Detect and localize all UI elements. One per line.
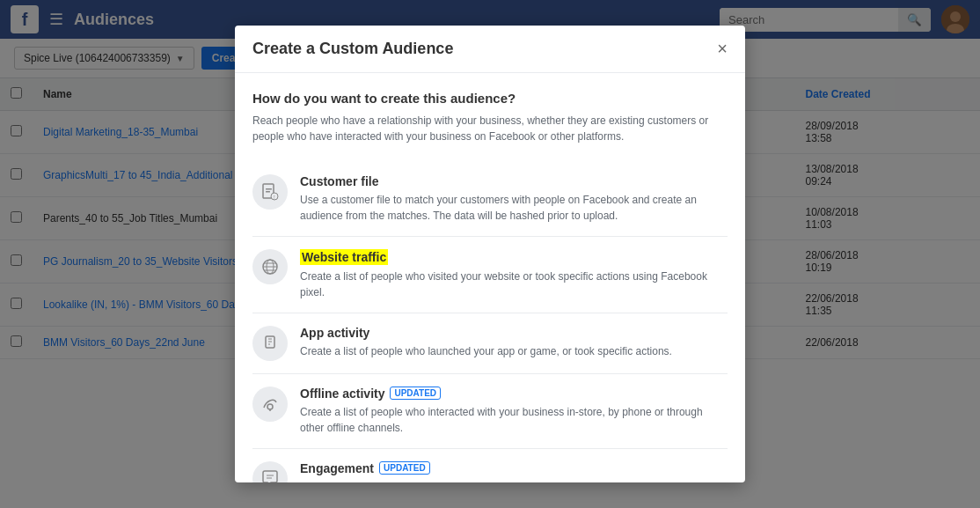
offline-activity-desc: Create a list of people who interacted w… bbox=[300, 404, 728, 436]
website-traffic-title: Website traffic bbox=[300, 249, 728, 265]
engagement-content: Engagement UPDATED Create a list of peop… bbox=[300, 461, 728, 482]
customer-file-option[interactable]: ↑ Customer file Use a customer file to m… bbox=[252, 162, 728, 237]
customer-file-desc: Use a customer file to match your custom… bbox=[300, 192, 728, 224]
offline-activity-text: Offline activity bbox=[300, 387, 384, 401]
app-activity-icon bbox=[252, 326, 288, 361]
engagement-icon bbox=[252, 461, 288, 482]
engagement-text: Engagement bbox=[300, 461, 374, 475]
engagement-desc: Create a list of people who engaged with… bbox=[300, 479, 728, 482]
app-activity-desc: Create a list of people who launched you… bbox=[300, 343, 728, 359]
customer-file-icon: ↑ bbox=[252, 174, 288, 210]
svg-rect-4 bbox=[266, 188, 272, 190]
offline-activity-option[interactable]: Offline activity UPDATED Create a list o… bbox=[252, 374, 728, 449]
modal-description: Reach people who have a relationship wit… bbox=[252, 113, 728, 144]
offline-activity-title: Offline activity UPDATED bbox=[300, 387, 728, 401]
app-activity-content: App activity Create a list of people who… bbox=[300, 326, 728, 359]
website-traffic-option[interactable]: Website traffic Create a list of people … bbox=[252, 237, 728, 313]
offline-activity-updated-badge: UPDATED bbox=[390, 387, 441, 400]
engagement-updated-badge: UPDATED bbox=[379, 461, 430, 475]
offline-activity-content: Offline activity UPDATED Create a list o… bbox=[300, 387, 728, 436]
customer-file-title: Customer file bbox=[300, 174, 728, 188]
modal-header: Create a Custom Audience × bbox=[235, 26, 745, 73]
svg-text:↑: ↑ bbox=[273, 194, 276, 200]
app-activity-option[interactable]: App activity Create a list of people who… bbox=[252, 313, 728, 374]
website-traffic-icon bbox=[252, 249, 288, 284]
offline-activity-icon bbox=[252, 387, 288, 422]
engagement-option[interactable]: Engagement UPDATED Create a list of peop… bbox=[252, 449, 728, 482]
website-traffic-content: Website traffic Create a list of people … bbox=[300, 249, 728, 300]
website-traffic-highlighted-text: Website traffic bbox=[300, 249, 388, 265]
modal-subtitle: How do you want to create this audience? bbox=[252, 91, 728, 106]
website-traffic-desc: Create a list of people who visited your… bbox=[300, 269, 728, 300]
modal-title: Create a Custom Audience bbox=[252, 40, 453, 58]
create-custom-audience-modal: Create a Custom Audience × How do you wa… bbox=[235, 26, 745, 482]
modal-overlay[interactable]: Create a Custom Audience × How do you wa… bbox=[0, 0, 980, 508]
svg-point-17 bbox=[267, 404, 273, 409]
svg-rect-5 bbox=[266, 191, 270, 193]
engagement-title: Engagement UPDATED bbox=[300, 461, 728, 475]
customer-file-content: Customer file Use a customer file to mat… bbox=[300, 174, 728, 224]
modal-body: How do you want to create this audience?… bbox=[235, 73, 745, 482]
app-activity-title: App activity bbox=[300, 326, 728, 340]
modal-close-button[interactable]: × bbox=[717, 40, 728, 57]
